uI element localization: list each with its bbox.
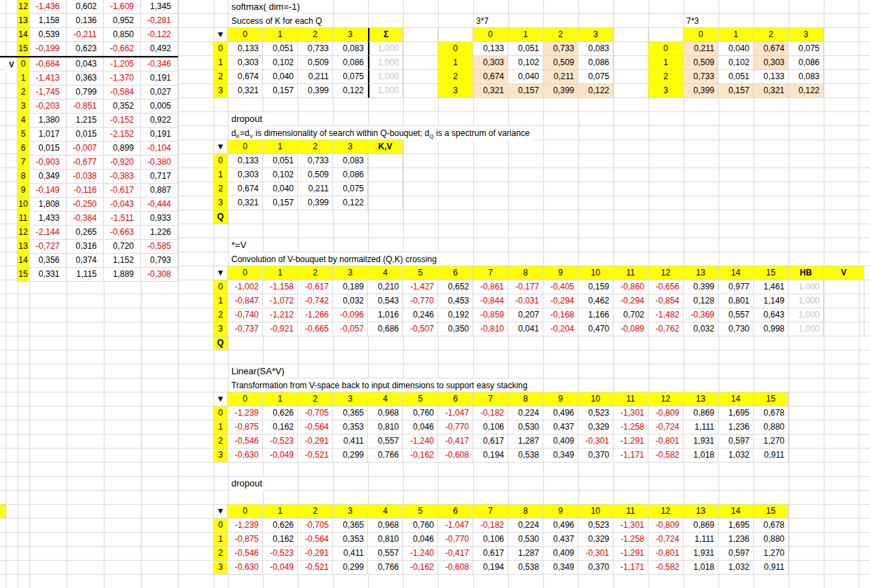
value-cell[interactable]: -0,523	[263, 435, 298, 449]
column-header-cell[interactable]: 5	[403, 392, 438, 406]
value-cell[interactable]: -0,122	[141, 28, 178, 42]
value-cell[interactable]: -0,405	[543, 280, 578, 294]
row-label-cell[interactable]: 0	[214, 406, 228, 421]
column-header-cell[interactable]: 13	[684, 392, 719, 406]
value-cell[interactable]: 0,043	[67, 57, 104, 71]
value-cell[interactable]: 0,299	[333, 561, 368, 575]
value-cell[interactable]: 0,399	[298, 84, 333, 98]
column-header-cell[interactable]: 9	[543, 505, 578, 519]
value-cell[interactable]: -0,582	[648, 561, 684, 575]
value-cell[interactable]: -0,875	[228, 533, 263, 547]
column-header-cell[interactable]: 3	[333, 505, 368, 519]
value-cell[interactable]: -0,705	[298, 406, 333, 421]
value-cell[interactable]: -0,116	[67, 184, 104, 198]
row-label-cell[interactable]: 1	[214, 533, 228, 547]
value-cell[interactable]: -0,383	[104, 170, 141, 184]
footer-row-label-cell[interactable]: Q	[214, 336, 228, 350]
value-cell[interactable]: -1,072	[263, 294, 298, 308]
value-cell[interactable]: 0,626	[263, 406, 298, 421]
value-cell[interactable]: -0,250	[67, 198, 104, 212]
value-cell[interactable]: -0,291	[298, 435, 333, 449]
value-cell[interactable]: -0,507	[403, 322, 438, 336]
value-cell[interactable]: 0,015	[67, 128, 104, 142]
value-cell[interactable]: -0,038	[67, 170, 104, 184]
table-7x3-title[interactable]: 7*3	[685, 14, 702, 28]
value-cell[interactable]: 0,106	[473, 533, 508, 547]
value-cell[interactable]: -1,002	[228, 280, 263, 294]
value-cell[interactable]: -0,043	[104, 198, 141, 212]
value-cell[interactable]: -0,301	[578, 435, 613, 449]
column-header-cell[interactable]: 11	[613, 505, 648, 519]
triangle-down-icon[interactable]: ▼	[214, 392, 228, 406]
column-header-cell[interactable]: 13	[684, 266, 719, 280]
value-cell[interactable]: 0,303	[228, 56, 263, 70]
column-header-cell[interactable]: 8	[508, 505, 543, 519]
column-header-cell[interactable]: 0	[684, 28, 719, 42]
column-header-cell[interactable]: 6	[438, 266, 473, 280]
value-cell[interactable]: 0,922	[141, 114, 178, 128]
linear-title[interactable]: Linear(SA*V)	[230, 364, 287, 378]
value-cell[interactable]: -0,089	[613, 322, 648, 336]
value-cell[interactable]: 0,766	[368, 561, 403, 575]
column-header-cell[interactable]: 0	[228, 140, 263, 154]
column-header-cell[interactable]: 3	[333, 266, 368, 280]
row-label-cell[interactable]: 2	[214, 182, 228, 196]
value-cell[interactable]: 0,810	[368, 533, 403, 547]
column-header-cell[interactable]: 3	[789, 28, 824, 42]
value-cell[interactable]: 0,194	[473, 449, 508, 463]
column-header-cell[interactable]: 10	[578, 505, 613, 519]
value-cell[interactable]: -0,810	[473, 322, 508, 336]
value-cell[interactable]: -0,049	[263, 449, 298, 463]
value-cell[interactable]: -0,521	[298, 449, 333, 463]
value-cell[interactable]: 0,321	[754, 84, 789, 98]
value-cell[interactable]: -0,656	[648, 280, 684, 294]
value-cell[interactable]: 0,717	[141, 170, 178, 184]
value-cell[interactable]: 0,194	[473, 561, 508, 575]
triangle-down-icon[interactable]: ▼	[214, 140, 228, 154]
column-header-cell[interactable]: 2	[298, 505, 333, 519]
column-header-cell[interactable]: 7	[473, 505, 508, 519]
value-cell[interactable]: -1,258	[613, 533, 648, 547]
footer-row-label-cell[interactable]: Q	[214, 210, 228, 224]
value-cell[interactable]: 0,760	[403, 406, 438, 421]
column-header-cell[interactable]: 1	[263, 266, 298, 280]
column-header-cell[interactable]: 7	[473, 392, 508, 406]
value-cell[interactable]: 0,793	[141, 254, 178, 268]
value-cell[interactable]: -0,584	[104, 86, 141, 100]
value-cell[interactable]: -1,413	[29, 71, 67, 86]
value-cell[interactable]: -0,608	[438, 449, 473, 463]
value-cell[interactable]: 0,766	[368, 449, 403, 463]
row-label-cell[interactable]: 0	[214, 519, 228, 533]
row-label-cell[interactable]: 1	[214, 56, 228, 70]
row-label-cell[interactable]: 12	[18, 0, 29, 14]
value-cell[interactable]: 1,018	[684, 449, 719, 463]
value-cell[interactable]: 0,470	[578, 322, 613, 336]
value-cell[interactable]: -0,291	[298, 547, 333, 561]
value-cell[interactable]: -0,770	[438, 533, 473, 547]
row-label-cell[interactable]: 3	[214, 84, 228, 98]
value-cell[interactable]: -0,684	[29, 57, 67, 71]
value-cell[interactable]: 0,162	[263, 421, 298, 435]
column-header-cell[interactable]: 1	[719, 28, 754, 42]
value-cell[interactable]: -0,049	[263, 561, 298, 575]
value-cell[interactable]: -0,724	[648, 533, 684, 547]
value-cell[interactable]: 0,102	[263, 56, 298, 70]
row-label-cell[interactable]: 2	[214, 435, 228, 449]
value-cell[interactable]: 0,191	[141, 71, 178, 86]
value-cell[interactable]: 1,931	[684, 547, 719, 561]
value-cell[interactable]: -0,564	[298, 533, 333, 547]
column-header-cell[interactable]: 4	[368, 505, 403, 519]
value-cell[interactable]: 0,557	[719, 308, 754, 322]
value-cell[interactable]: 1,695	[719, 406, 754, 421]
tail-header-cell[interactable]: HB	[789, 266, 824, 280]
value-cell[interactable]: 0,051	[508, 42, 543, 56]
value-cell[interactable]: -0,369	[684, 308, 719, 322]
column-header-cell[interactable]: 3	[333, 28, 368, 42]
value-cell[interactable]: -0,851	[67, 100, 104, 114]
value-cell[interactable]: -1,436	[29, 0, 67, 14]
value-cell[interactable]: -0,662	[104, 42, 141, 56]
sum-cell[interactable]: 1,000	[368, 84, 403, 98]
value-cell[interactable]: 0,299	[333, 449, 368, 463]
value-cell[interactable]: 0,122	[333, 84, 368, 98]
value-cell[interactable]: -0,737	[228, 322, 263, 336]
